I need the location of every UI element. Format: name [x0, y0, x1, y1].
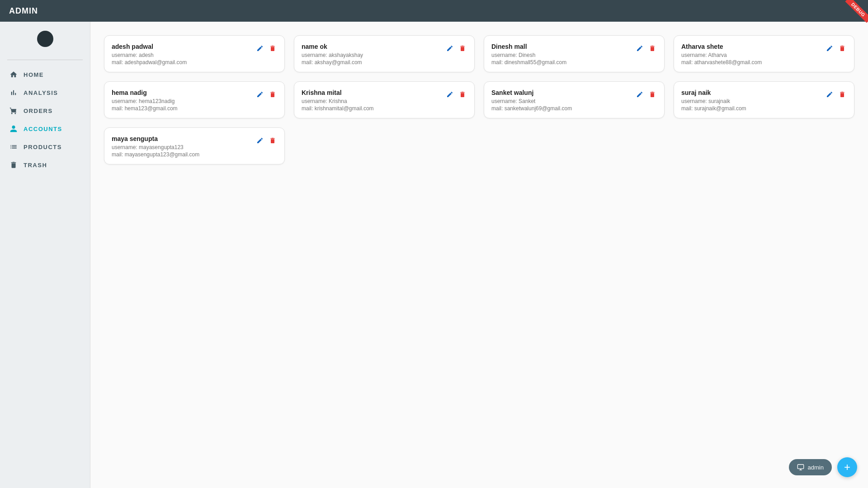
edit-icon	[826, 45, 833, 52]
edit-icon	[256, 91, 264, 98]
cart-icon	[9, 106, 18, 115]
person-icon	[9, 124, 18, 133]
account-card: maya sengupta username: mayasengupta123 …	[104, 127, 285, 164]
card-actions	[445, 89, 467, 99]
card-username: username: Dinesh	[491, 52, 635, 58]
delete-icon	[459, 91, 466, 98]
edit-button[interactable]	[255, 136, 264, 145]
delete-icon	[269, 45, 276, 52]
card-actions	[825, 89, 847, 99]
main-layout: HOME ANALYSIS ORDERS ACCOUNTS PRODUCTS	[0, 22, 868, 488]
sidebar-label-home: HOME	[24, 71, 44, 78]
edit-icon	[446, 91, 453, 98]
delete-button[interactable]	[268, 44, 277, 53]
sidebar-item-analysis[interactable]: ANALYSIS	[0, 84, 90, 102]
sidebar-label-trash: TRASH	[24, 162, 47, 169]
delete-button[interactable]	[268, 136, 277, 145]
edit-icon	[636, 45, 643, 52]
delete-button[interactable]	[268, 90, 277, 99]
bar-chart-icon	[9, 88, 18, 97]
trash-icon	[9, 160, 18, 169]
card-actions	[635, 89, 657, 99]
card-actions	[255, 43, 277, 53]
edit-button[interactable]	[635, 90, 644, 99]
account-card: name ok username: akshayakshay mail: aks…	[294, 35, 475, 72]
delete-button[interactable]	[458, 90, 467, 99]
card-mail: mail: atharvashete88@gmail.com	[681, 59, 825, 66]
app-title: ADMIN	[9, 6, 38, 16]
edit-button[interactable]	[825, 44, 834, 53]
card-info: Krishna mital username: Krishna mail: kr…	[302, 89, 445, 112]
avatar-container	[0, 31, 90, 47]
add-button[interactable]: +	[837, 457, 857, 477]
card-username: username: hema123nadig	[112, 98, 255, 104]
card-name: Dinesh mall	[491, 43, 635, 50]
sidebar-item-orders[interactable]: ORDERS	[0, 102, 90, 120]
topbar: ADMIN DEBUG	[0, 0, 868, 22]
account-card: hema nadig username: hema123nadig mail: …	[104, 81, 285, 118]
sidebar: HOME ANALYSIS ORDERS ACCOUNTS PRODUCTS	[0, 22, 90, 488]
card-info: adesh padwal username: adesh mail: adesh…	[112, 43, 255, 66]
debug-badge: DEBUG	[845, 0, 868, 23]
delete-button[interactable]	[838, 44, 847, 53]
sidebar-label-orders: ORDERS	[24, 108, 53, 114]
card-mail: mail: krishnamital@gmail.com	[302, 105, 445, 112]
card-mail: mail: adeshpadwal@gmail.com	[112, 59, 255, 66]
delete-button[interactable]	[648, 44, 657, 53]
account-card: adesh padwal username: adesh mail: adesh…	[104, 35, 285, 72]
delete-icon	[649, 91, 656, 98]
edit-button[interactable]	[445, 90, 454, 99]
delete-button[interactable]	[838, 90, 847, 99]
admin-icon	[797, 464, 804, 471]
delete-button[interactable]	[648, 90, 657, 99]
sidebar-item-accounts[interactable]: ACCOUNTS	[0, 120, 90, 138]
home-icon	[9, 70, 18, 79]
delete-icon	[839, 45, 846, 52]
sidebar-item-trash[interactable]: TRASH	[0, 156, 90, 174]
card-name: suraj naik	[681, 89, 825, 96]
card-mail: mail: mayasengupta123@gmail.com	[112, 151, 255, 158]
card-info: Atharva shete username: Atharva mail: at…	[681, 43, 825, 66]
edit-icon	[256, 45, 264, 52]
card-mail: mail: sanketwalunj69@gmail.com	[491, 105, 635, 112]
account-card: suraj naik username: surajnaik mail: sur…	[674, 81, 854, 118]
sidebar-label-products: PRODUCTS	[24, 144, 62, 150]
edit-button[interactable]	[635, 44, 644, 53]
card-username: username: mayasengupta123	[112, 144, 255, 150]
edit-button[interactable]	[255, 90, 264, 99]
edit-button[interactable]	[255, 44, 264, 53]
edit-icon	[446, 45, 453, 52]
content-area: adesh padwal username: adesh mail: adesh…	[90, 22, 868, 488]
card-info: name ok username: akshayakshay mail: aks…	[302, 43, 445, 66]
edit-button[interactable]	[445, 44, 454, 53]
account-card: Dinesh mall username: Dinesh mail: dines…	[484, 35, 665, 72]
card-info: maya sengupta username: mayasengupta123 …	[112, 135, 255, 158]
admin-button[interactable]: admin	[789, 459, 832, 475]
card-username: username: surajnaik	[681, 98, 825, 104]
card-name: Atharva shete	[681, 43, 825, 50]
sidebar-label-analysis: ANALYSIS	[24, 89, 58, 96]
delete-icon	[269, 91, 276, 98]
sidebar-item-products[interactable]: PRODUCTS	[0, 138, 90, 156]
sidebar-label-accounts: ACCOUNTS	[24, 126, 62, 132]
card-username: username: Krishna	[302, 98, 445, 104]
edit-button[interactable]	[825, 90, 834, 99]
sidebar-divider	[7, 60, 83, 60]
card-info: Sanket walunj username: Sanket mail: san…	[491, 89, 635, 112]
sidebar-item-home[interactable]: HOME	[0, 66, 90, 84]
bottom-actions: admin +	[789, 457, 857, 477]
card-actions	[255, 135, 277, 145]
card-username: username: Atharva	[681, 52, 825, 58]
admin-label: admin	[808, 464, 824, 471]
edit-icon	[826, 91, 833, 98]
card-mail: mail: hema123@gmail.com	[112, 105, 255, 112]
card-actions	[825, 43, 847, 53]
card-username: username: Sanket	[491, 98, 635, 104]
edit-icon	[636, 91, 643, 98]
delete-button[interactable]	[458, 44, 467, 53]
card-name: Krishna mital	[302, 89, 445, 96]
edit-icon	[256, 137, 264, 144]
accounts-grid: adesh padwal username: adesh mail: adesh…	[104, 35, 854, 164]
avatar	[37, 31, 53, 47]
account-card: Atharva shete username: Atharva mail: at…	[674, 35, 854, 72]
